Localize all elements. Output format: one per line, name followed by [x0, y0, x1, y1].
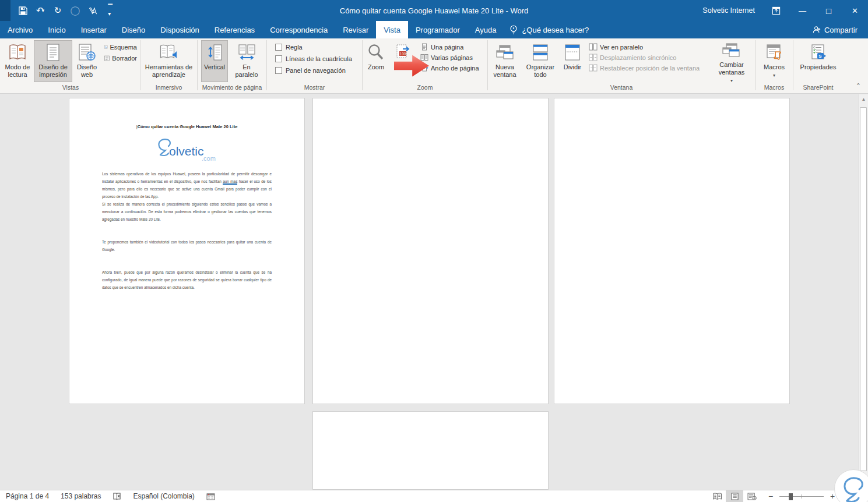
redo-button[interactable]: ↻: [50, 3, 65, 18]
document-page-2[interactable]: [312, 98, 549, 404]
macros-button[interactable]: Macros ▾: [757, 40, 791, 82]
switch-windows-button[interactable]: Cambiar ventanas ▾: [711, 40, 753, 82]
svg-text:.com: .com: [202, 155, 216, 162]
zoom-100-icon: 100: [395, 43, 412, 62]
macro-recording-button[interactable]: [201, 490, 221, 502]
view-side-by-side-button[interactable]: Ver en paralelo: [588, 43, 709, 51]
paragraph-2: Si se realiza de manera correcta el proc…: [102, 200, 272, 223]
word-count[interactable]: 153 palabras: [55, 490, 107, 502]
tab-ayuda[interactable]: Ayuda: [468, 21, 504, 38]
tell-me-label: ¿Qué desea hacer?: [522, 26, 589, 34]
arrange-all-button[interactable]: Organizar todo: [522, 40, 559, 82]
spelling-grammar-button[interactable]: [85, 3, 100, 18]
title-bar: ↶▾ ↻ ◯ ▔▾ Cómo quitar cuenta Google Huaw…: [0, 0, 868, 21]
properties-button[interactable]: S Propiedades: [795, 40, 842, 82]
ribbon-tab-bar: Archivo Inicio Insertar Diseño Disposici…: [0, 21, 868, 38]
page-width-button[interactable]: Ancho de página: [419, 63, 483, 72]
redo-icon: ↻: [54, 5, 62, 16]
synchronous-scrolling-button[interactable]: Desplazamiento sincrónico: [588, 53, 709, 62]
collapse-ribbon-button[interactable]: ⌃: [856, 82, 861, 90]
scrollbar-thumb[interactable]: [860, 107, 867, 471]
ruler-checkbox[interactable]: Regla: [274, 43, 304, 51]
document-page-3[interactable]: [554, 98, 790, 404]
tab-inicio[interactable]: Inicio: [40, 21, 73, 38]
group-label-ventana: Ventana: [488, 83, 755, 93]
group-zoom: Zoom 100 100% Una página Varias págin: [363, 38, 487, 93]
save-button[interactable]: [15, 3, 30, 18]
undo-dropdown-caret[interactable]: ▾: [42, 8, 45, 13]
word-window: ↶▾ ↻ ◯ ▔▾ Cómo quitar cuenta Google Huaw…: [0, 0, 868, 502]
learning-tools-button[interactable]: Herramientas de aprendizaje: [142, 40, 196, 82]
learning-tools-icon: [159, 43, 179, 62]
reset-window-position-label: Restablecer posición de la ventana: [600, 65, 700, 72]
print-layout-button[interactable]: Diseño de impresión: [34, 40, 72, 82]
arrange-all-icon: [532, 43, 549, 62]
zoom-slider-thumb[interactable]: [789, 493, 793, 500]
split-button[interactable]: Dividir: [559, 40, 586, 82]
scroll-up-button[interactable]: ▲: [859, 94, 868, 104]
tab-referencias[interactable]: Referencias: [207, 21, 262, 38]
multiple-pages-button[interactable]: Varias páginas: [419, 53, 483, 62]
one-page-button[interactable]: Una página: [419, 43, 483, 51]
group-label-movimiento: Movimiento de página: [198, 83, 266, 93]
navigation-pane-checkbox[interactable]: Panel de navegación: [274, 66, 347, 75]
undo-button[interactable]: ↶▾: [33, 3, 48, 18]
web-layout-label: Diseño web: [74, 63, 100, 79]
tab-diseno[interactable]: Diseño: [114, 21, 153, 38]
zoom-button[interactable]: Zoom: [363, 40, 389, 82]
proofing-errors-button[interactable]: [107, 490, 127, 502]
checkbox-icon: [275, 44, 282, 51]
group-label-zoom: Zoom: [363, 83, 487, 93]
tab-programador[interactable]: Programador: [408, 21, 468, 38]
view-print-layout-button[interactable]: [726, 490, 743, 502]
zoom-100-button[interactable]: 100 100%: [389, 40, 417, 82]
save-icon: [19, 6, 27, 15]
ruler-label: Regla: [286, 44, 303, 51]
side-to-side-button[interactable]: En paralelo: [230, 40, 263, 82]
person-icon: [813, 26, 821, 34]
draft-view-button[interactable]: Borrador: [103, 54, 138, 63]
vertical-button[interactable]: Vertical: [201, 40, 228, 82]
maximize-button[interactable]: □: [816, 0, 842, 21]
tab-revisar[interactable]: Revisar: [335, 21, 376, 38]
zoom-slider[interactable]: [779, 492, 824, 501]
draw-mode-button[interactable]: ◯: [68, 3, 83, 18]
customize-qat-button[interactable]: ▔▾: [103, 3, 118, 18]
web-layout-button[interactable]: Diseño web: [72, 40, 101, 82]
tab-insertar[interactable]: Insertar: [73, 21, 114, 38]
view-side-by-side-label: Ver en paralelo: [600, 44, 643, 51]
tab-correspondencia[interactable]: Correspondencia: [262, 21, 335, 38]
document-page-4[interactable]: [312, 411, 549, 490]
vertical-scrollbar[interactable]: ▲ ▼: [858, 94, 868, 490]
language-indicator[interactable]: Español (Colombia): [127, 490, 200, 502]
outline-view-button[interactable]: Esquema: [103, 43, 138, 52]
chevron-up-icon: ⌃: [856, 82, 861, 89]
tab-disposicion[interactable]: Disposición: [153, 21, 206, 38]
share-label: Compartir: [824, 26, 858, 34]
minimize-button[interactable]: —: [789, 0, 816, 21]
one-page-label: Una página: [431, 44, 463, 51]
close-button[interactable]: ✕: [842, 0, 868, 21]
document-page-1[interactable]: |Cómo quitar cuenta Google Huawei Mate 2…: [69, 98, 305, 404]
view-web-layout-button[interactable]: [743, 490, 761, 502]
share-button[interactable]: Compartir: [802, 21, 868, 38]
new-window-button[interactable]: Nueva ventana: [488, 40, 522, 82]
read-mode-icon: [8, 43, 27, 62]
reset-window-position-button[interactable]: Restablecer posición de la ventana: [588, 63, 709, 72]
document-canvas[interactable]: |Cómo quitar cuenta Google Huawei Mate 2…: [0, 94, 858, 490]
view-read-mode-button[interactable]: [708, 490, 726, 502]
tab-archivo[interactable]: Archivo: [0, 21, 40, 38]
tab-vista[interactable]: Vista: [376, 21, 408, 38]
view-side-by-side-icon: [589, 43, 598, 51]
zoom-out-button[interactable]: −: [767, 492, 775, 501]
multiple-pages-label: Varias páginas: [431, 54, 473, 61]
status-bar: Página 1 de 4 153 palabras Español (Colo…: [0, 490, 868, 502]
gridlines-checkbox[interactable]: Líneas de la cuadrícula: [274, 55, 353, 63]
zoom-magnifier-icon: [367, 43, 385, 62]
tell-me-search[interactable]: ¿Qué desea hacer?: [504, 21, 595, 38]
customize-qat-icon: ▔▾: [108, 4, 113, 17]
page-indicator[interactable]: Página 1 de 4: [0, 490, 55, 502]
account-name[interactable]: Solvetic Internet: [702, 6, 755, 15]
read-mode-button[interactable]: Modo de lectura: [1, 40, 34, 82]
ribbon-display-options-button[interactable]: [763, 0, 789, 21]
